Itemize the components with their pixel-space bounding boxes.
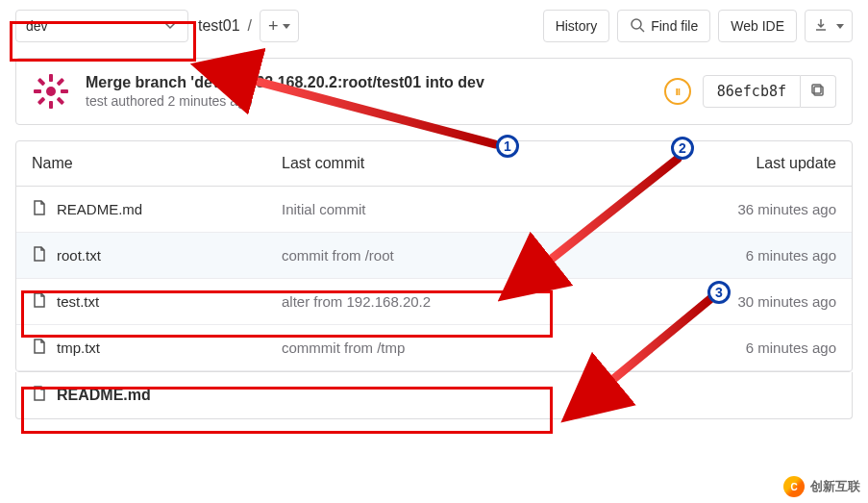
copy-sha-button[interactable] [801,75,836,108]
copy-icon [810,83,826,101]
history-button[interactable]: History [543,10,610,42]
file-updated: 30 minutes ago [663,293,836,310]
file-commit-msg[interactable]: alter from 192.168.20.2 [282,293,663,310]
file-updated: 36 minutes ago [663,201,836,217]
file-tree: Name Last commit Last update README.md I… [15,140,853,372]
file-icon [32,339,47,357]
col-last-commit: Last commit [282,155,663,172]
file-commit-msg[interactable]: Initial commit [282,201,663,217]
breadcrumb-sep: / [248,17,252,35]
svg-line-1 [640,28,644,32]
web-ide-button[interactable]: Web IDE [718,10,797,42]
file-name: test.txt [57,293,99,310]
commit-meta: test authored 2 minutes ago [86,93,484,109]
readme-title: README.md [57,387,151,404]
commit-title[interactable]: Merge branch 'dev' of 192.168.20.2:root/… [86,74,484,91]
commit-sha[interactable]: 86efcb8f [703,75,801,108]
file-name: tmp.txt [57,340,100,356]
download-dropdown[interactable] [805,10,853,42]
svg-rect-7 [61,89,68,93]
branch-name: dev [26,18,48,34]
table-row[interactable]: root.txt commit from /root 6 minutes ago [16,233,852,279]
breadcrumb: test01 / + [198,10,299,42]
file-icon [32,200,47,218]
file-icon [32,246,47,264]
file-updated: 6 minutes ago [663,247,836,264]
file-updated: 6 minutes ago [663,340,836,356]
svg-point-3 [46,87,56,96]
file-commit-msg[interactable]: commmit from /tmp [282,340,663,356]
file-commit-msg[interactable]: commit from /root [282,247,663,264]
avatar[interactable] [32,72,70,111]
table-row[interactable]: test.txt alter from 192.168.20.2 30 minu… [16,279,852,325]
download-icon [813,17,829,36]
watermark-logo-icon: C [783,476,805,497]
table-row[interactable]: tmp.txt commmit from /tmp 6 minutes ago [16,325,852,371]
svg-rect-6 [34,89,41,93]
chevron-down-icon [836,24,844,29]
col-name: Name [32,155,282,172]
file-name: root.txt [57,247,101,264]
file-name: README.md [57,201,142,217]
svg-rect-4 [49,74,53,82]
breadcrumb-repo[interactable]: test01 [198,17,240,35]
chevron-down-icon [283,24,290,29]
col-last-update: Last update [663,155,836,172]
table-row[interactable]: README.md Initial commit 36 minutes ago [16,187,852,233]
file-icon [32,292,47,311]
readme-header: README.md [15,372,853,419]
chevron-down-icon [162,17,178,36]
latest-commit-panel: Merge branch 'dev' of 192.168.20.2:root/… [15,58,853,125]
add-dropdown[interactable]: + [260,10,299,42]
search-icon [630,17,645,36]
file-icon [32,386,47,405]
branch-selector[interactable]: dev [15,10,188,42]
watermark: C 创新互联 [783,476,860,497]
pipeline-status-pending-icon[interactable]: ıı [664,78,691,105]
svg-point-0 [632,19,641,29]
plus-icon: + [268,16,279,37]
find-file-button[interactable]: Find file [617,10,710,42]
svg-rect-5 [49,101,53,109]
